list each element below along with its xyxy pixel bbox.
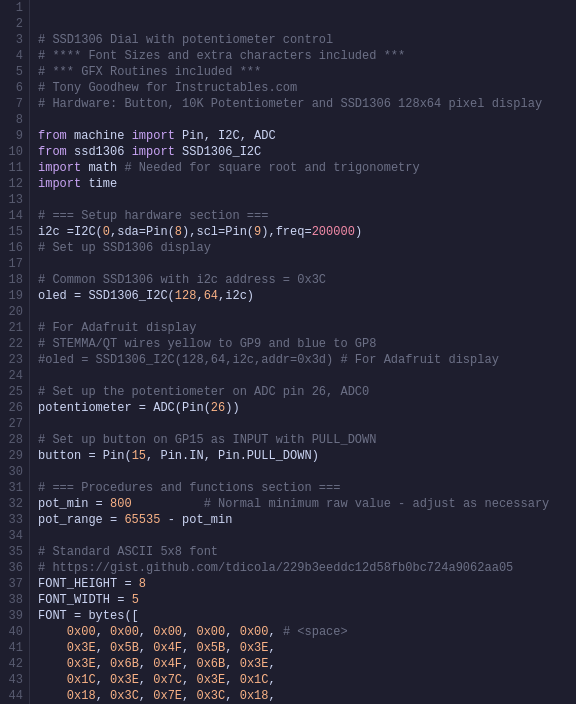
code-token: 0x7E (153, 689, 182, 703)
line-number: 43 (6, 672, 23, 688)
code-token: # Standard ASCII 5x8 font (38, 545, 218, 559)
code-token: time (81, 177, 117, 191)
line-number: 35 (6, 544, 23, 560)
line-number: 34 (6, 528, 23, 544)
line-number: 20 (6, 304, 23, 320)
line-number: 42 (6, 656, 23, 672)
line-number: 10 (6, 144, 23, 160)
code-token (38, 625, 67, 639)
code-token: , (196, 289, 203, 303)
code-token: , (182, 689, 196, 703)
line-number-column: 1234567891011121314151617181920212223242… (0, 0, 30, 704)
line-number: 22 (6, 336, 23, 352)
code-token: , (225, 657, 239, 671)
code-line: from ssd1306 import SSD1306_I2C (38, 144, 568, 160)
code-token (38, 689, 67, 703)
code-line: FONT_HEIGHT = 8 (38, 576, 568, 592)
code-token: import (38, 177, 81, 191)
code-token: , (139, 625, 153, 639)
code-token: 0x6B (110, 657, 139, 671)
code-line: pot_range = 65535 - pot_min (38, 512, 568, 528)
line-number: 3 (6, 32, 23, 48)
code-token: , (96, 657, 110, 671)
code-token: # === Setup hardware section === (38, 209, 268, 223)
line-number: 6 (6, 80, 23, 96)
code-token: )) (225, 401, 239, 415)
code-token: 0x3E (240, 641, 269, 655)
code-token: , (225, 641, 239, 655)
code-token: 0x00 (67, 625, 96, 639)
code-line: 0x00, 0x00, 0x00, 0x00, 0x00, # <space> (38, 624, 568, 640)
code-token: ,sda=Pin( (110, 225, 175, 239)
line-number: 33 (6, 512, 23, 528)
code-token: , (182, 625, 196, 639)
line-number: 17 (6, 256, 23, 272)
code-token: 0x3C (196, 689, 225, 703)
code-line (38, 528, 568, 544)
code-token: 0x4F (153, 657, 182, 671)
code-token: 8 (139, 577, 146, 591)
code-token: , (182, 657, 196, 671)
code-token (38, 673, 67, 687)
code-line: # Hardware: Button, 10K Potentiometer an… (38, 96, 568, 112)
line-number: 2 (6, 16, 23, 32)
code-token: 0x1C (240, 673, 269, 687)
line-number: 1 (6, 0, 23, 16)
code-token: 0 (103, 225, 110, 239)
code-token: 0x00 (110, 625, 139, 639)
line-number: 18 (6, 272, 23, 288)
code-token: 64 (204, 289, 218, 303)
code-line: # https://gist.github.com/tdicola/229b3e… (38, 560, 568, 576)
code-token: 0x4F (153, 641, 182, 655)
code-line: # === Setup hardware section === (38, 208, 568, 224)
code-line: i2c =I2C(0,sda=Pin(8),scl=Pin(9),freq=20… (38, 224, 568, 240)
code-token: 0x6B (196, 657, 225, 671)
code-token: # **** Font Sizes and extra characters i… (38, 49, 405, 63)
code-line: # === Procedures and functions section =… (38, 480, 568, 496)
code-token: , Pin.IN, Pin.PULL_DOWN) (146, 449, 319, 463)
code-token: from (38, 129, 67, 143)
code-line: 0x18, 0x3C, 0x7E, 0x3C, 0x18, (38, 688, 568, 704)
code-token: , (139, 673, 153, 687)
line-number: 12 (6, 176, 23, 192)
line-number: 29 (6, 448, 23, 464)
code-line: # Tony Goodhew for Instructables.com (38, 80, 568, 96)
code-token: FONT = bytes([ (38, 609, 139, 623)
code-token: , (96, 689, 110, 703)
code-token: , (139, 689, 153, 703)
line-number: 9 (6, 128, 23, 144)
code-token: # Set up SSD1306 display (38, 241, 211, 255)
line-number: 40 (6, 624, 23, 640)
line-number: 41 (6, 640, 23, 656)
line-number: 5 (6, 64, 23, 80)
code-line: import math # Needed for square root and… (38, 160, 568, 176)
code-line: FONT_WIDTH = 5 (38, 592, 568, 608)
line-number: 31 (6, 480, 23, 496)
code-token: , (269, 641, 276, 655)
line-number: 37 (6, 576, 23, 592)
code-line: # Standard ASCII 5x8 font (38, 544, 568, 560)
code-token: 0x00 (240, 625, 269, 639)
code-line: button = Pin(15, Pin.IN, Pin.PULL_DOWN) (38, 448, 568, 464)
code-token: # Common SSD1306 with i2c address = 0x3C (38, 273, 326, 287)
code-token: 5 (132, 593, 139, 607)
code-token: # SSD1306 Dial with potentiometer contro… (38, 33, 333, 47)
code-token: , (269, 689, 276, 703)
line-number: 36 (6, 560, 23, 576)
code-token: , (225, 625, 239, 639)
code-content-area[interactable]: # SSD1306 Dial with potentiometer contro… (30, 0, 576, 704)
code-token: , (269, 673, 276, 687)
line-number: 39 (6, 608, 23, 624)
code-token: math (81, 161, 124, 175)
code-token: # <space> (283, 625, 348, 639)
code-token: 0x1C (67, 673, 96, 687)
code-token: from (38, 145, 67, 159)
code-token: , (96, 641, 110, 655)
code-line (38, 368, 568, 384)
line-number: 8 (6, 112, 23, 128)
code-token: ),scl=Pin( (182, 225, 254, 239)
code-line: 0x3E, 0x6B, 0x4F, 0x6B, 0x3E, (38, 656, 568, 672)
code-token: 0x18 (240, 689, 269, 703)
code-token: 65535 (124, 513, 160, 527)
code-token: , (225, 673, 239, 687)
